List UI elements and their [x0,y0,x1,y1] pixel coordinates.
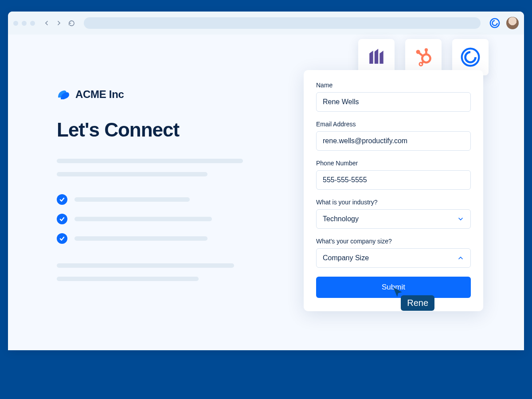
browser-window: ACME Inc Let's Connect [8,12,524,350]
svg-point-7 [419,63,422,66]
name-input[interactable] [316,92,471,112]
traffic-dot [13,21,18,26]
industry-select[interactable]: Technology [316,209,471,229]
placeholder-line [57,159,243,163]
brand-name: ACME Inc [75,88,124,101]
chevron-down-icon [457,215,464,223]
phone-label: Phone Number [316,160,471,167]
contact-form-card: Name Email Address Phone Number What is … [304,70,483,311]
phone-input[interactable] [316,170,471,190]
name-label: Name [316,82,471,89]
feature-row [57,194,256,205]
svg-line-3 [419,53,423,56]
browser-chrome [8,12,524,35]
company-size-select[interactable]: Company Size [316,248,471,268]
company-size-value: Company Size [323,254,369,262]
left-panel: ACME Inc Let's Connect [57,88,256,290]
forward-button[interactable] [55,19,63,27]
company-size-label: What's your company size? [316,238,471,245]
placeholder-line [74,217,212,221]
svg-point-5 [425,48,428,51]
placeholder-line [74,236,207,241]
back-button[interactable] [42,19,51,27]
page-title: Let's Connect [57,119,256,141]
submit-button[interactable]: Submit [316,277,471,298]
check-icon [57,214,67,224]
placeholder-line [74,197,190,202]
user-avatar[interactable] [506,17,519,29]
placeholder-line [57,263,234,268]
industry-label: What is your industry? [316,199,471,206]
svg-point-0 [490,19,499,27]
traffic-dot [22,21,27,26]
page-content: ACME Inc Let's Connect [8,35,524,350]
email-label: Email Address [316,121,471,128]
url-bar[interactable] [84,17,481,29]
chevron-up-icon [457,254,464,262]
email-input[interactable] [316,131,471,151]
feature-row [57,214,256,224]
reload-button[interactable] [67,19,76,27]
placeholder-line [57,277,199,281]
check-icon [57,194,67,205]
placeholder-line [57,172,207,176]
acme-logo-icon [57,88,70,101]
calendly-extension-icon[interactable] [489,17,501,29]
traffic-lights [13,21,35,26]
feature-row [57,233,256,244]
industry-value: Technology [323,215,359,223]
brand: ACME Inc [57,88,256,101]
traffic-dot [30,21,35,26]
check-icon [57,233,67,244]
